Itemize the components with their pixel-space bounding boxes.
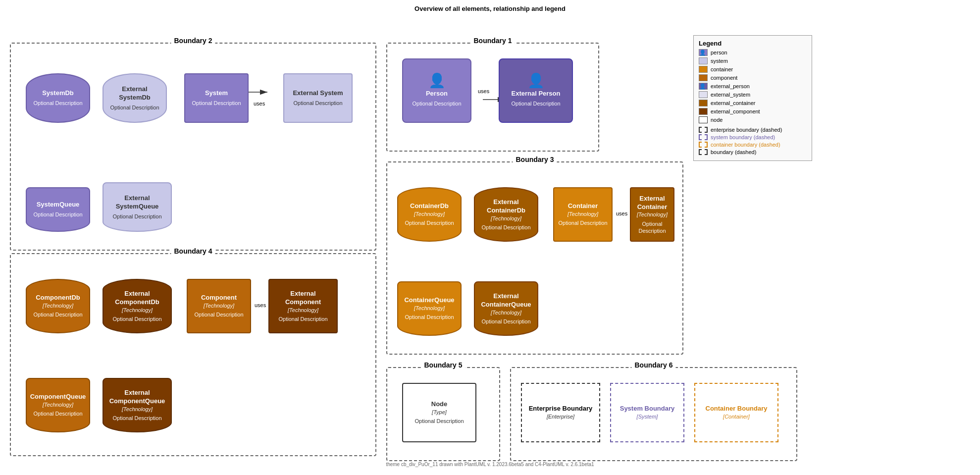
ext-componentdb-box: External ComponentDb [Technology] Option… <box>103 279 172 333</box>
ext-person-icon: 👤 <box>527 74 545 88</box>
legend-label-entboundary: enterprise boundary (dashed) <box>711 127 782 133</box>
ext-systemqueue-desc: Optional Description <box>112 213 161 220</box>
legend-row-boundary: boundary (dashed) <box>699 149 807 155</box>
component-desc: Optional Description <box>194 311 243 318</box>
ext-container-title: External Container <box>635 195 670 211</box>
system-title: System <box>205 89 228 98</box>
ext-system-title: External System <box>293 89 343 98</box>
ext-system-desc: Optional Description <box>293 100 342 106</box>
containerdb-title: ContainerDb <box>410 202 449 211</box>
ext-container-box: External Container [Technology] Optional… <box>630 187 674 242</box>
legend-swatch-system <box>699 57 708 64</box>
legend-box: Legend 👤 person system container compone… <box>693 35 812 161</box>
legend-row-sysboundary: system boundary (dashed) <box>699 134 807 140</box>
componentqueue-tech: [Technology] <box>43 401 73 408</box>
ext-containerqueue-tech: [Technology] <box>491 309 521 316</box>
ext-container-tech: [Technology] <box>637 211 668 218</box>
systemqueue-box: SystemQueue Optional Description <box>26 187 90 232</box>
legend-swatch-component <box>699 74 708 81</box>
componentdb-desc: Optional Description <box>33 311 82 318</box>
system-boundary-tech: [System] <box>637 413 658 420</box>
diagram-area: Boundary 2 SystemDb Optional Description… <box>0 15 980 471</box>
boundary-2: Boundary 2 SystemDb Optional Description… <box>10 43 376 251</box>
ext-container-desc: Optional Description <box>635 220 670 235</box>
uses-label-2: uses <box>478 88 489 94</box>
legend-label-extcomponent: external_component <box>711 108 760 114</box>
system-desc: Optional Description <box>192 100 241 106</box>
legend-row-component: component <box>699 74 807 81</box>
ext-system-box: External System Optional Description <box>283 73 353 123</box>
legend-row-extperson: 👤 external_person <box>699 83 807 90</box>
componentdb-title: ComponentDb <box>36 294 80 302</box>
boundary-6-title: Boundary 6 <box>631 361 675 369</box>
containerdb-desc: Optional Description <box>405 219 454 226</box>
footer-text: theme cb_div_PuOr_11 drawn with PlantUML… <box>386 462 594 467</box>
ext-systemdb-box: External SystemDb Optional Description <box>103 73 167 123</box>
container-boundary-elem: Container Boundary [Container] <box>694 383 778 442</box>
boundary-5-title: Boundary 5 <box>421 361 465 369</box>
component-tech: [Technology] <box>204 302 234 309</box>
legend-label-extsystem: external_system <box>711 92 750 98</box>
legend-label-contboundary: container boundary (dashed) <box>711 142 780 148</box>
containerqueue-box: ContainerQueue [Technology] Optional Des… <box>397 281 462 336</box>
legend-swatch-extcontainer <box>699 100 708 106</box>
boundary-1: Boundary 1 👤 Person Optional Description… <box>386 43 599 152</box>
legend-row-node: node <box>699 116 807 123</box>
ext-systemdb-title: External SystemDb <box>107 85 162 102</box>
ext-component-title: External Component <box>273 290 333 307</box>
boundary-3: Boundary 3 ContainerDb [Technology] Opti… <box>386 161 683 355</box>
containerqueue-title: ContainerQueue <box>404 296 454 305</box>
container-box: Container [Technology] Optional Descript… <box>553 187 613 242</box>
boundary-6: Boundary 6 Enterprise Boundary [Enterpri… <box>510 367 797 461</box>
enterprise-boundary-elem: Enterprise Boundary [Enterprise] <box>521 383 600 442</box>
container-title: Container <box>568 202 598 211</box>
boundary-4-title: Boundary 4 <box>171 247 215 255</box>
boundary-3-title: Boundary 3 <box>513 156 557 163</box>
systemdb-box: SystemDb Optional Description <box>26 73 90 123</box>
uses-label-1: uses <box>254 101 265 106</box>
node-desc: Optional Description <box>414 418 464 424</box>
legend-dashed-boundary <box>699 149 708 155</box>
legend-label-system: system <box>711 58 728 64</box>
systemdb-desc: Optional Description <box>33 100 82 106</box>
ext-systemqueue-title: External SystemQueue <box>107 194 167 211</box>
ext-containerqueue-box: External ContainerQueue [Technology] Opt… <box>474 281 538 336</box>
legend-dashed-sysboundary <box>699 134 708 140</box>
enterprise-boundary-tech: [Enterprise] <box>547 413 574 420</box>
system-box: System Optional Description <box>184 73 249 123</box>
legend-row-extsystem: external_system <box>699 91 807 98</box>
legend-label-container: container <box>711 66 733 72</box>
legend-swatch-extsystem <box>699 91 708 98</box>
ext-component-tech: [Technology] <box>288 307 318 314</box>
system-boundary-elem: System Boundary [System] <box>610 383 684 442</box>
component-title: Component <box>201 294 237 302</box>
containerqueue-tech: [Technology] <box>414 305 445 312</box>
systemdb-title: SystemDb <box>42 89 74 98</box>
legend-swatch-extperson: 👤 <box>699 83 708 90</box>
legend-swatch-extcomponent <box>699 108 708 115</box>
legend-label-extcontainer: external_container <box>711 100 756 106</box>
componentqueue-box: ComponentQueue [Technology] Optional Des… <box>26 378 90 432</box>
legend-label-component: component <box>711 75 737 81</box>
ext-person-desc: Optional Description <box>511 100 560 107</box>
ext-containerdb-title: External ContainerDb <box>479 198 533 215</box>
ext-person-title: External Person <box>512 90 561 98</box>
legend-swatch-container <box>699 66 708 73</box>
ext-componentqueue-title: External ComponentQueue <box>107 389 167 406</box>
ext-componentdb-tech: [Technology] <box>122 307 153 314</box>
uses-label-3: uses <box>616 211 627 216</box>
legend-dashed-entboundary <box>699 127 708 133</box>
legend-label-person: person <box>711 50 727 55</box>
ext-person-box: 👤 External Person Optional Description <box>499 58 573 123</box>
uses-label-4: uses <box>255 302 266 308</box>
ext-systemdb-desc: Optional Description <box>110 104 159 111</box>
container-boundary-tech: [Container] <box>723 413 750 420</box>
legend-dashed-contboundary <box>699 142 708 148</box>
person-icon: 👤 <box>428 74 446 88</box>
legend-label-node: node <box>711 117 722 123</box>
ext-containerdb-desc: Optional Description <box>481 224 530 231</box>
ext-componentqueue-desc: Optional Description <box>112 415 161 422</box>
legend-title: Legend <box>699 40 807 47</box>
containerdb-box: ContainerDb [Technology] Optional Descri… <box>397 187 462 242</box>
legend-row-container: container <box>699 66 807 73</box>
